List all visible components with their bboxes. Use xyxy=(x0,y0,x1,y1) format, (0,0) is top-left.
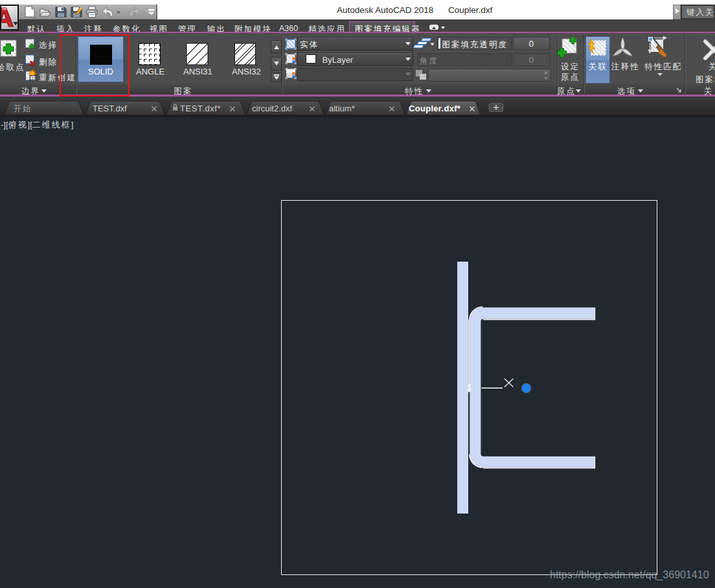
svg-text:TEST.dxf*: TEST.dxf* xyxy=(180,104,221,113)
svg-text:TEST.dxf: TEST.dxf xyxy=(93,104,127,113)
svg-text:开始: 开始 xyxy=(14,104,32,113)
svg-text:circuit2.dxf: circuit2.dxf xyxy=(252,104,293,113)
svg-text:Coupler.dxf*: Coupler.dxf* xyxy=(409,104,461,113)
svg-text:altium*: altium* xyxy=(329,104,355,113)
